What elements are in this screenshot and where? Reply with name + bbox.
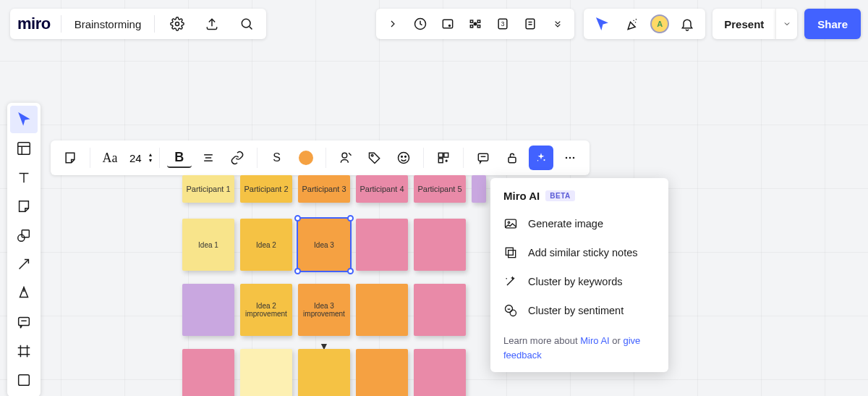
author-toggle-button[interactable] bbox=[333, 146, 358, 170]
present-button[interactable]: Present bbox=[712, 9, 775, 39]
estimation-button[interactable]: 3 bbox=[490, 12, 515, 36]
sticky-note[interactable] bbox=[414, 284, 466, 336]
sticky-type-button[interactable] bbox=[58, 146, 82, 170]
tag-icon bbox=[367, 151, 382, 165]
sticky-text: Idea 3 bbox=[314, 241, 334, 249]
search-button[interactable] bbox=[234, 12, 259, 36]
sticky-text: Idea 1 bbox=[198, 241, 218, 249]
miro-logo[interactable]: miro bbox=[17, 14, 51, 33]
ai-button[interactable] bbox=[529, 146, 553, 170]
svg-point-51 bbox=[508, 222, 510, 224]
sticky-note[interactable]: Idea 3 improvement ▼ bbox=[298, 284, 350, 336]
fill-color-button[interactable] bbox=[294, 146, 318, 170]
resize-handle[interactable] bbox=[294, 215, 301, 222]
sticky-tool[interactable] bbox=[10, 193, 38, 220]
emoji-button[interactable] bbox=[391, 146, 416, 170]
sticky-note[interactable] bbox=[356, 284, 408, 336]
shape-tool[interactable] bbox=[10, 222, 38, 249]
lock-button[interactable] bbox=[500, 146, 524, 170]
svg-point-56 bbox=[510, 310, 516, 316]
template-icon bbox=[16, 140, 32, 156]
sticky-note[interactable] bbox=[240, 349, 292, 396]
sticky-note[interactable]: Participant 3 bbox=[298, 175, 350, 203]
expand-panel-button[interactable] bbox=[380, 12, 405, 36]
ai-add-similar[interactable]: Add similar sticky notes bbox=[490, 238, 668, 267]
attention-button[interactable] bbox=[463, 12, 488, 36]
resize-handle[interactable] bbox=[347, 215, 354, 222]
dots-icon bbox=[563, 151, 577, 165]
sticky-text: Participant 4 bbox=[359, 185, 404, 193]
comment-tool[interactable] bbox=[10, 308, 38, 336]
sticky-note[interactable] bbox=[182, 349, 234, 396]
svg-rect-13 bbox=[18, 143, 30, 155]
pen-tool[interactable] bbox=[10, 279, 38, 307]
sticky-note[interactable] bbox=[298, 349, 350, 396]
settings-button[interactable] bbox=[165, 12, 190, 36]
sticky-note[interactable]: Participant 1 bbox=[182, 175, 234, 203]
sticky-note[interactable] bbox=[414, 349, 466, 396]
resize-handle[interactable] bbox=[294, 268, 301, 274]
link-button[interactable] bbox=[225, 146, 250, 170]
ai-cluster-sentiment[interactable]: Cluster by sentiment bbox=[490, 296, 668, 325]
comment-button[interactable] bbox=[471, 146, 495, 170]
gear-icon bbox=[170, 17, 184, 31]
beta-badge: BETA bbox=[545, 190, 574, 201]
font-size-value[interactable]: 24 bbox=[129, 152, 142, 164]
line-tool[interactable] bbox=[10, 250, 38, 278]
align-button[interactable] bbox=[196, 146, 221, 170]
svg-point-45 bbox=[543, 159, 545, 161]
miro-ai-link[interactable]: Miro AI bbox=[580, 335, 609, 346]
sticky-note[interactable] bbox=[182, 284, 234, 336]
sticky-note[interactable]: Idea 2 bbox=[240, 219, 292, 271]
ai-menu-title: Miro AI BETA bbox=[490, 190, 668, 209]
cursor-tracking-button[interactable] bbox=[590, 12, 614, 36]
ai-footer-text: or bbox=[610, 335, 624, 346]
svg-point-37 bbox=[404, 156, 406, 158]
ai-cluster-keywords[interactable]: Cluster by keywords bbox=[490, 267, 668, 296]
sticky-note[interactable]: Participant 2 bbox=[240, 175, 292, 203]
sticky-note[interactable] bbox=[472, 175, 486, 203]
sticky-note[interactable]: Idea 1 bbox=[182, 219, 234, 271]
reactions-button[interactable] bbox=[620, 12, 644, 36]
sticky-text: Participant 3 bbox=[302, 185, 346, 193]
svg-point-6 bbox=[448, 25, 451, 27]
more-options-button[interactable] bbox=[558, 146, 582, 170]
share-button[interactable]: Share bbox=[804, 9, 861, 39]
sticky-note[interactable]: Participant 4 bbox=[356, 175, 408, 203]
sticky-note[interactable] bbox=[414, 219, 466, 271]
switch-type-button[interactable]: S bbox=[265, 146, 289, 170]
svg-rect-42 bbox=[478, 153, 488, 161]
tag-button[interactable] bbox=[362, 146, 387, 170]
more-apps-button[interactable] bbox=[545, 12, 570, 36]
more-tools[interactable] bbox=[10, 366, 38, 394]
sticky-note[interactable] bbox=[356, 349, 408, 396]
templates-tool[interactable] bbox=[10, 135, 38, 162]
sticky-note[interactable] bbox=[356, 219, 408, 271]
sticky-note-selected[interactable]: Idea 3 bbox=[298, 219, 350, 271]
select-tool[interactable] bbox=[10, 106, 38, 133]
svg-point-46 bbox=[537, 160, 538, 161]
svg-point-32 bbox=[342, 153, 347, 158]
color-swatch-icon bbox=[299, 151, 313, 165]
export-button[interactable] bbox=[200, 12, 224, 36]
notes-button[interactable] bbox=[518, 12, 542, 36]
frame-tool[interactable] bbox=[10, 337, 38, 365]
text-tool[interactable] bbox=[10, 164, 38, 191]
notifications-button[interactable] bbox=[675, 12, 699, 36]
timer-button[interactable] bbox=[408, 12, 433, 36]
sticky-note[interactable]: Participant 5 bbox=[414, 175, 466, 203]
svg-rect-40 bbox=[438, 159, 443, 163]
sticky-note[interactable]: Idea 2 improvement bbox=[240, 284, 292, 336]
sticky-text: Participant 1 bbox=[186, 185, 230, 193]
svg-rect-39 bbox=[444, 153, 448, 157]
board-name[interactable]: Brainstorming bbox=[72, 18, 145, 30]
present-dropdown[interactable] bbox=[775, 9, 797, 39]
resize-handle[interactable] bbox=[347, 268, 354, 274]
layout-button[interactable] bbox=[431, 146, 456, 170]
bold-button[interactable]: B bbox=[167, 148, 192, 168]
font-family-button[interactable]: Aa bbox=[98, 146, 122, 170]
font-size-stepper[interactable]: ▴▾ bbox=[149, 152, 152, 164]
voting-button[interactable] bbox=[435, 12, 460, 36]
user-avatar[interactable]: A bbox=[650, 14, 669, 33]
ai-generate-image[interactable]: Generate image bbox=[490, 209, 668, 238]
